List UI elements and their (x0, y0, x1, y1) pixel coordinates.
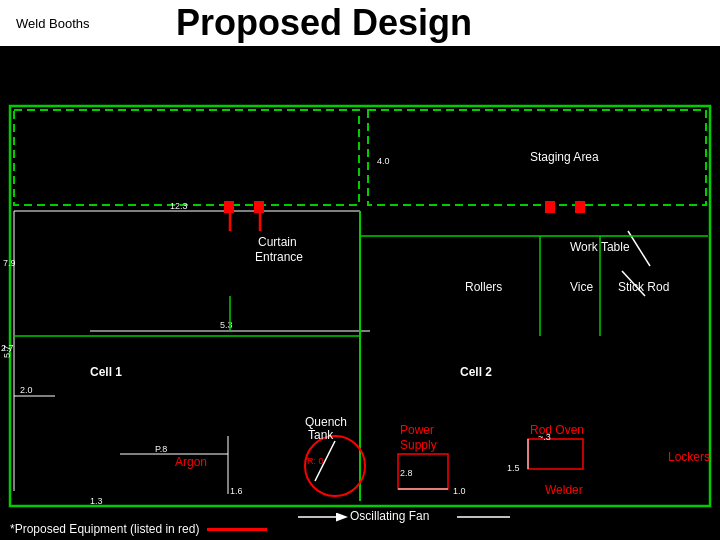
svg-rect-22 (224, 201, 234, 213)
staging-area-label: Staging Area (530, 150, 599, 164)
svg-text:4.0: 4.0 (377, 156, 390, 166)
svg-text:Supply: Supply (400, 438, 437, 452)
floor-plan-canvas: Staging Area 12.3 5.7 Curtain Entrance W… (0, 46, 720, 540)
rollers-label: Rollers (465, 280, 502, 294)
svg-rect-25 (575, 201, 585, 213)
argon-label: Argon (175, 455, 207, 469)
svg-text:2.8: 2.8 (400, 468, 413, 478)
svg-text:1.6: 1.6 (230, 486, 243, 496)
footer-note-text: *Proposed Equipment (listed in red) (10, 522, 199, 536)
svg-point-27 (305, 436, 365, 496)
svg-text:7.9: 7.9 (3, 258, 16, 268)
cell1-label: Cell 1 (90, 365, 122, 379)
curtain-entrance-label: Curtain (258, 235, 297, 249)
svg-text:12.3: 12.3 (170, 201, 188, 211)
stick-rod-label: Stick Rod (618, 280, 669, 294)
vice-label: Vice (570, 280, 593, 294)
svg-text:Tank: Tank (308, 428, 334, 442)
quench-tank-label: Quench (305, 415, 347, 429)
header-bar: Weld Booths Proposed Design (0, 0, 720, 46)
lockers-label: Lockers (668, 450, 710, 464)
svg-text:P.8: P.8 (155, 444, 167, 454)
cell2-label: Cell 2 (460, 365, 492, 379)
power-supply-label: Power (400, 423, 434, 437)
footer-note: *Proposed Equipment (listed in red) (10, 522, 267, 536)
oscillating-fan-label: Oscillating Fan (350, 509, 429, 523)
svg-text:~.3: ~.3 (538, 432, 551, 442)
svg-text:Entrance: Entrance (255, 250, 303, 264)
svg-text:1.5: 1.5 (507, 463, 520, 473)
welder-label: Welder (545, 483, 583, 497)
svg-rect-23 (254, 201, 264, 213)
svg-text:1.0: 1.0 (453, 486, 466, 496)
svg-rect-1 (14, 110, 359, 205)
app-title: Weld Booths (16, 16, 116, 31)
svg-text:1.3: 1.3 (90, 496, 103, 506)
svg-text:R: 0: R: 0 (307, 456, 324, 466)
footer-red-line (207, 528, 267, 531)
svg-text:2.0: 2.0 (20, 385, 33, 395)
svg-rect-24 (545, 201, 555, 213)
svg-text:2.7: 2.7 (1, 343, 14, 353)
page-title: Proposed Design (176, 2, 472, 44)
svg-rect-41 (528, 439, 583, 469)
